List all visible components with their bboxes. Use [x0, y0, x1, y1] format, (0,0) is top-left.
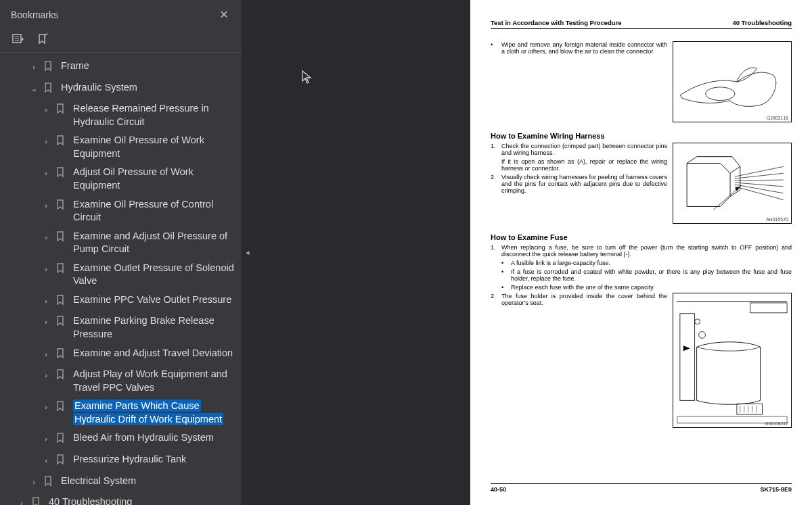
footer-left: 40-50	[491, 486, 506, 493]
chevron-right-icon[interactable]: ›	[41, 350, 51, 360]
svg-line-12	[735, 187, 784, 200]
sidebar-title: Bookmarks	[11, 9, 58, 20]
bookmark-item-troubleshoot[interactable]: ›40 Troubleshooting	[3, 493, 239, 505]
bookmark-ribbon-icon	[55, 231, 68, 246]
svg-line-7	[735, 166, 784, 176]
bookmark-ribbon-icon	[55, 167, 68, 182]
chevron-right-icon[interactable]: ›	[41, 137, 51, 147]
bookmark-tree[interactable]: ›Frame⌄Hydraulic System›Release Remained…	[0, 53, 242, 505]
sec2-b1: A fusible link is a large-capacity fuse.	[511, 260, 610, 266]
chevron-right-icon[interactable]: ›	[41, 402, 51, 412]
svg-line-8	[735, 173, 784, 178]
bookmark-label: Examine Parts Which Cause Hydraulic Drif…	[73, 400, 235, 426]
bookmarks-panel: Bookmarks × ›Frame⌄Hydraulic System›Rele…	[0, 0, 242, 505]
chevron-right-icon[interactable]: ›	[41, 168, 51, 178]
bookmark-item-exam-parking[interactable]: ›Examine Parking Brake Release Pressure	[3, 312, 239, 343]
bookmark-label: Examine and Adjust Oil Pressure of Pump …	[73, 230, 235, 256]
bookmark-item-exam-ppc[interactable]: ›Examine PPC Valve Outlet Pressure	[3, 291, 239, 312]
header-left: Test in Accordance with Testing Procedur…	[491, 19, 622, 26]
sidebar-toolbar	[0, 28, 242, 53]
bookmark-ribbon-icon	[55, 135, 68, 150]
bookmark-item-exam-adj-pump[interactable]: ›Examine and Adjust Oil Pressure of Pump…	[3, 227, 239, 259]
bookmark-item-exam-oil-ctrl[interactable]: ›Examine Oil Pressure of Control Circuit	[3, 195, 239, 227]
sec1-n1a: Check the connection (crimped part) betw…	[501, 143, 667, 156]
chevron-down-icon[interactable]: ⌄	[28, 84, 39, 94]
bookmark-label: Examine Oil Pressure of Control Circuit	[73, 198, 235, 224]
chevron-right-icon[interactable]: ›	[41, 317, 51, 327]
bookmark-item-adjust-play[interactable]: ›Adjust Play of Work Equipment and Trave…	[3, 365, 239, 397]
bookmark-label: Release Remained Pressure in Hydraulic C…	[73, 102, 235, 128]
bookmark-label: Examine Oil Pressure of Work Equipment	[73, 134, 235, 160]
bookmark-label: Electrical System	[61, 475, 235, 488]
bookmark-ribbon-icon	[55, 263, 68, 278]
bookmark-item-frame[interactable]: ›Frame	[3, 57, 239, 78]
figure-label-1: GJ903118	[767, 116, 788, 120]
bookmark-item-electrical[interactable]: ›Electrical System	[3, 472, 239, 494]
header-right: 40 Troubleshooting	[732, 19, 792, 26]
chevron-right-icon[interactable]: ›	[41, 233, 51, 243]
content-block-fuse: 2.The fuse holder is provided inside the…	[491, 293, 792, 428]
outline-options-icon[interactable]	[12, 33, 24, 45]
bookmark-item-bleed[interactable]: ›Bleed Air from Hydraulic System	[3, 429, 239, 450]
svg-rect-16	[750, 303, 787, 313]
bookmark-item-exam-oil-work[interactable]: ›Examine Oil Pressure of Work Equipment	[3, 131, 239, 163]
chevron-right-icon[interactable]: ›	[41, 456, 51, 466]
chevron-right-icon[interactable]: ›	[28, 62, 39, 72]
chevron-right-icon[interactable]: ›	[41, 434, 51, 444]
svg-point-5	[706, 87, 735, 101]
bookmark-ribbon-icon	[55, 295, 68, 310]
bookmark-ribbon-icon	[55, 103, 68, 118]
svg-rect-17	[680, 314, 695, 401]
bookmark-label: Hydraulic System	[61, 81, 235, 95]
svg-line-6	[730, 166, 740, 173]
content-block-wipe: •Wipe and remove any foreign material in…	[491, 41, 792, 122]
document-viewport[interactable]: Test in Accordance with Testing Procedur…	[242, 0, 812, 505]
content-block-wiring: 1.Check the connection (crimped part) be…	[491, 143, 792, 224]
bookmark-label: Examine Outlet Pressure of Solenoid Valv…	[73, 262, 235, 288]
sidebar-header: Bookmarks ×	[0, 0, 242, 28]
chevron-right-icon[interactable]: ›	[41, 105, 51, 115]
bookmark-item-hydraulic[interactable]: ⌄Hydraulic System	[3, 78, 239, 100]
section-title-wiring: How to Examine Wiring Harness	[491, 132, 792, 140]
bookmark-label: Examine Parking Brake Release Pressure	[73, 314, 235, 341]
chevron-right-icon[interactable]: ›	[41, 264, 51, 274]
bookmark-item-pressurize[interactable]: ›Pressurize Hydraulic Tank	[3, 450, 239, 472]
figure-fuse-location: GI0168247	[673, 293, 792, 428]
figure-connector-clean: GJ903118	[673, 41, 792, 122]
bookmark-ribbon-icon	[43, 82, 55, 97]
bookmark-label: 40 Troubleshooting	[49, 496, 235, 505]
chevron-right-icon[interactable]: ›	[28, 477, 39, 487]
chevron-right-icon[interactable]: ›	[41, 201, 51, 211]
bookmark-item-exam-drift[interactable]: ›Examine Parts Which Cause Hydraulic Dri…	[3, 397, 239, 429]
bookmark-ribbon-icon	[55, 369, 68, 384]
chevron-right-icon[interactable]: ›	[41, 296, 51, 306]
bookmark-label: Examine and Adjust Travel Deviation	[73, 347, 235, 360]
bookmark-ribbon-icon	[55, 433, 68, 448]
bookmark-ribbon-icon	[43, 476, 55, 491]
chevron-right-icon[interactable]: ›	[16, 498, 27, 505]
bookmark-label: Adjust Play of Work Equipment and Travel…	[73, 368, 235, 394]
current-bookmark-icon[interactable]	[37, 33, 49, 45]
page-footer: 40-50 SK715-8E0	[491, 483, 792, 493]
bookmark-item-release[interactable]: ›Release Remained Pressure in Hydraulic …	[3, 99, 239, 131]
sec1-n1b: If it is open as shown as (A), repair or…	[501, 158, 667, 172]
bookmark-item-exam-outlet[interactable]: ›Examine Outlet Pressure of Solenoid Val…	[3, 259, 239, 291]
page-header: Test in Accordance with Testing Procedur…	[491, 19, 792, 29]
bookmark-label: Pressurize Hydraulic Tank	[73, 453, 235, 466]
chevron-right-icon[interactable]: ›	[41, 370, 51, 381]
svg-point-19	[699, 331, 706, 338]
bookmark-item-adjust-oil-work[interactable]: ›Adjust Oil Pressure of Work Equipment	[3, 163, 239, 195]
svg-marker-27	[683, 345, 690, 351]
bookmark-label: Frame	[61, 59, 235, 73]
bookmark-ribbon-icon	[55, 454, 68, 469]
bookmark-ribbon-icon	[55, 199, 68, 214]
bookmark-ribbon-icon	[55, 316, 68, 331]
svg-line-9	[735, 180, 784, 181]
svg-rect-20	[737, 404, 763, 414]
sec2-b3: Replace each fuse with the one of the sa…	[511, 284, 654, 291]
bookmark-item-exam-travel[interactable]: ›Examine and Adjust Travel Deviation	[3, 344, 239, 366]
close-icon[interactable]: ×	[217, 7, 231, 22]
sidebar-collapse-handle[interactable]: ◂	[242, 234, 253, 272]
figure-label-3: GI0168247	[765, 421, 788, 426]
document-page: Test in Accordance with Testing Procedur…	[470, 0, 812, 505]
